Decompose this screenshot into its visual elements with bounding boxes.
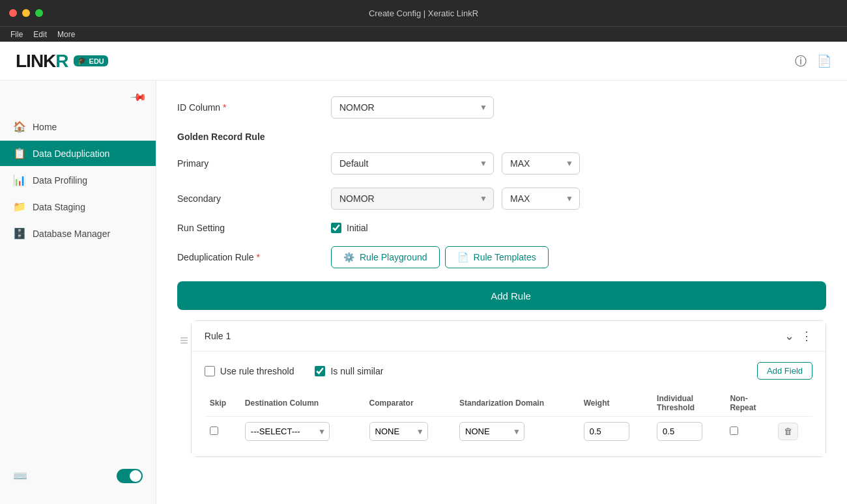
secondary-value-wrapper: NOMOR Default ▼ [331,188,494,210]
rule-table: Skip Destination Column Comparator Stand… [205,390,812,446]
th-individual-threshold: IndividualThreshold [652,390,725,417]
maximize-button[interactable] [35,9,43,17]
staging-icon: 📁 [13,201,26,213]
td-individual-threshold [652,417,725,447]
td-skip [205,417,240,447]
logo: LINKR 🎓 EDU [16,51,108,72]
delete-row-button[interactable]: 🗑 [778,423,798,440]
window-title: Create Config | Xeratic LinkR [369,8,478,18]
id-column-required: * [223,102,226,113]
destination-column-select[interactable]: ---SELECT--- [245,422,330,441]
menubar: File Edit More [0,26,847,42]
id-column-label: ID Column * [177,102,321,113]
secondary-value-select[interactable]: NOMOR Default [331,188,494,210]
sidebar-bottom: ⌨️ [0,458,156,494]
comparator-wrapper: NONE ▼ [369,422,428,441]
add-field-button[interactable]: Add Field [757,362,812,380]
main-layout: 📌 🏠 Home 📋 Data Deduplication 📊 Data Pro… [0,81,847,504]
code-icon[interactable]: ⌨️ [13,469,27,483]
primary-value-select[interactable]: Default Custom [331,152,494,175]
close-button[interactable] [9,9,17,17]
id-column-select[interactable]: NOMOR [331,96,494,119]
rule-card: Rule 1 ⌄ ⋮ Use rule threshold [191,320,826,457]
deduplication-icon: 📋 [13,147,26,160]
sidebar-item-data-deduplication[interactable]: 📋 Data Deduplication [0,141,156,166]
rule-playground-icon: ⚙️ [343,252,354,262]
rule-drag-handle[interactable]: ≡ [177,320,191,361]
th-non-repeat: Non-Repeat [725,390,772,417]
menu-more[interactable]: More [57,30,75,39]
app: LINKR 🎓 EDU ⓘ 📄 📌 🏠 Home 📋 [0,42,847,504]
rule-card-title: Rule 1 [205,331,231,341]
theme-toggle[interactable] [117,469,143,483]
logo-text: LINKR [16,51,68,72]
header-icons: ⓘ 📄 [795,53,831,69]
profiling-icon: 📊 [13,174,26,186]
standardization-domain-select[interactable]: NONE [459,422,524,441]
database-icon: 🗄️ [13,227,26,240]
home-icon: 🏠 [13,120,26,133]
golden-record-label: Golden Record Rule [177,132,826,142]
pin-icon[interactable]: 📌 [130,89,148,107]
rule-table-body: ---SELECT--- ▼ NONE [205,417,812,447]
logo-badge: 🎓 EDU [74,55,108,66]
main-content: ID Column * NOMOR ▼ Golden Record Rule P… [156,81,847,504]
golden-record-section: Golden Record Rule Primary Default Custo… [177,132,826,210]
weight-input[interactable] [584,422,629,441]
sidebar-item-data-profiling[interactable]: 📊 Data Profiling [0,167,156,193]
th-standardization-domain: Standarization Domain [454,390,579,417]
secondary-agg-select[interactable]: MAX MIN AVG [502,188,580,210]
non-repeat-checkbox[interactable] [730,427,738,435]
traffic-lights [9,9,43,17]
sidebar-item-database-manager[interactable]: 🗄️ Database Manager [0,221,156,246]
sidebar-item-home[interactable]: 🏠 Home [0,114,156,139]
sidebar-item-staging-label: Data Staging [33,202,85,212]
rule-card-actions: ⌄ ⋮ [784,329,812,343]
is-null-similar-checkbox[interactable] [315,366,325,376]
secondary-selects: NOMOR Default ▼ MAX MIN AVG ▼ [331,188,580,210]
primary-row: Primary Default Custom ▼ MAX [177,152,826,175]
use-rule-threshold-checkbox[interactable] [205,366,215,376]
th-destination-column: Destination Column [240,390,364,417]
initial-checkbox[interactable] [331,223,341,233]
add-rule-icon: + [472,289,485,302]
run-setting-label: Run Setting [177,223,321,233]
rule-card-body: Use rule threshold Is null similar Add F… [192,352,825,456]
dedup-rule-row: Deduplication Rule * ⚙️ Rule Playground … [177,246,826,268]
destination-column-wrapper: ---SELECT--- ▼ [245,422,330,441]
add-rule-button[interactable]: + Add Rule [177,281,826,310]
primary-value-wrapper: Default Custom ▼ [331,152,494,175]
td-standardization-domain: NONE ▼ [454,417,579,447]
menu-edit[interactable]: Edit [33,30,47,39]
comparator-select[interactable]: NONE [369,422,428,441]
help-icon[interactable]: ⓘ [795,53,807,69]
is-null-similar-wrapper: Is null similar [315,366,383,376]
header: LINKR 🎓 EDU ⓘ 📄 [0,42,847,81]
rule-templates-icon: 📄 [457,252,468,262]
is-null-similar-label: Is null similar [330,366,383,376]
individual-threshold-input[interactable] [657,422,702,441]
rule-menu-icon[interactable]: ⋮ [801,329,812,343]
rule-templates-button[interactable]: 📄 Rule Templates [445,246,549,268]
th-skip: Skip [205,390,240,417]
rule-playground-button[interactable]: ⚙️ Rule Playground [331,246,440,268]
id-column-row: ID Column * NOMOR ▼ [177,96,826,119]
sidebar-item-data-staging[interactable]: 📁 Data Staging [0,194,156,219]
sidebar-nav: 🏠 Home 📋 Data Deduplication 📊 Data Profi… [0,114,156,458]
primary-agg-select[interactable]: MAX MIN AVG [502,152,580,175]
menu-file[interactable]: File [10,30,23,39]
secondary-label: Secondary [177,193,321,204]
td-weight [579,417,652,447]
td-delete: 🗑 [773,417,812,447]
rule-options: Use rule threshold Is null similar Add F… [205,362,812,380]
id-column-select-wrapper: NOMOR ▼ [331,96,494,119]
rule-table-head: Skip Destination Column Comparator Stand… [205,390,812,417]
sidebar-item-db-label: Database Manager [33,229,110,239]
minimize-button[interactable] [22,9,30,17]
primary-agg-wrapper: MAX MIN AVG ▼ [502,152,580,175]
docs-icon[interactable]: 📄 [817,54,831,68]
titlebar: Create Config | Xeratic LinkR [0,0,847,26]
rule-collapse-icon[interactable]: ⌄ [784,329,794,343]
row-skip-checkbox[interactable] [210,427,218,435]
run-setting-row: Run Setting Initial [177,223,826,233]
